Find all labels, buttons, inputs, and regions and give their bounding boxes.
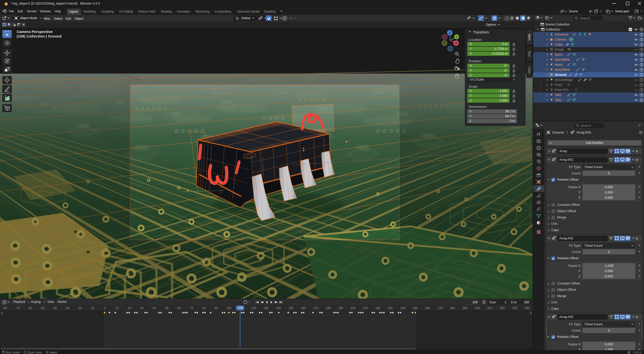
svg-text:Y: Y [456, 36, 458, 39]
svg-text:Z: Z [449, 31, 450, 35]
svg-text:X: X [455, 42, 457, 45]
